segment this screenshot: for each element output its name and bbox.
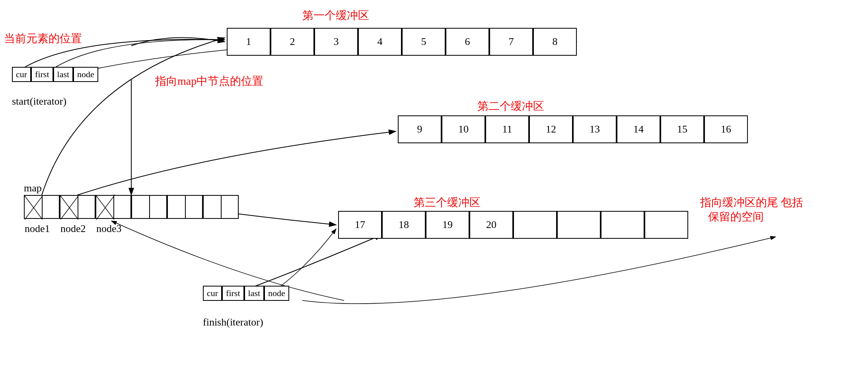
finish-iterator: cur first last node: [203, 286, 289, 301]
tail-pos-label1: 指向缓冲区的尾 包括: [700, 195, 803, 210]
buf3-cell-20: 20: [469, 211, 513, 239]
buf2-cell-14: 14: [617, 115, 660, 143]
map-cell-6: [203, 195, 239, 219]
buf3-cell-18: 18: [382, 211, 426, 239]
buf3-cell-17: 17: [338, 211, 382, 239]
start-iter-label: start(iterator): [12, 96, 66, 107]
buf1-cell-5: 5: [402, 28, 446, 56]
current-pos-label: 当前元素的位置: [4, 31, 82, 46]
buf3-cell-e1: [513, 211, 557, 239]
start-first-cell: first: [31, 67, 53, 82]
buf2-cell-11: 11: [485, 115, 529, 143]
buffer3-row: 17 18 19 20: [338, 211, 688, 239]
finish-last-cell: last: [244, 286, 265, 301]
buf1-cell-2: 2: [271, 28, 314, 56]
buf3-cell-e4: [644, 211, 688, 239]
node3-label: node3: [96, 223, 122, 235]
tail-pos-label2: 保留的空间: [708, 209, 764, 224]
start-last-cell: last: [53, 67, 74, 82]
arrows-svg: [0, 0, 868, 386]
buf1-cell-7: 7: [489, 28, 533, 56]
map-cell-4: [131, 195, 167, 219]
finish-first-cell: first: [222, 286, 244, 301]
buf1-cell-4: 4: [358, 28, 402, 56]
buf1-cell-8: 8: [533, 28, 577, 56]
finish-iter-label: finish(iterator): [203, 316, 263, 328]
buf3-cell-e3: [601, 211, 644, 239]
buf2-cell-9: 9: [398, 115, 442, 143]
start-iterator: cur first last node: [12, 67, 98, 82]
map-cell-3: [95, 195, 131, 219]
map-label: map: [24, 182, 42, 194]
buffer1-title-label: 第一个缓冲区: [302, 8, 369, 23]
buffer2-row: 9 10 11 12 13 14 15 16: [398, 115, 748, 143]
map-cell-2: [60, 195, 95, 219]
buffer1-row: 1 2 3 4 5 6 7 8: [227, 28, 577, 56]
buf1-cell-1: 1: [227, 28, 271, 56]
buf2-cell-10: 10: [442, 115, 485, 143]
finish-node-cell: node: [264, 286, 289, 301]
map-row: [24, 195, 239, 219]
buf1-cell-6: 6: [446, 28, 489, 56]
buffer2-title-label: 第二个缓冲区: [477, 99, 544, 114]
buf2-cell-15: 15: [660, 115, 704, 143]
node1-label: node1: [25, 223, 50, 235]
start-node-cell: node: [73, 67, 98, 82]
buf3-cell-e2: [557, 211, 601, 239]
node2-label: node2: [60, 223, 86, 235]
finish-cur-cell: cur: [203, 286, 222, 301]
map-node-pos-label: 指向map中节点的位置: [155, 74, 263, 89]
buf3-cell-19: 19: [426, 211, 469, 239]
buf1-cell-3: 3: [314, 28, 358, 56]
buf2-cell-12: 12: [529, 115, 573, 143]
buffer3-title-label: 第三个缓冲区: [414, 195, 481, 210]
map-cell-1: [24, 195, 60, 219]
buf2-cell-13: 13: [573, 115, 617, 143]
start-cur-cell: cur: [12, 67, 31, 82]
map-cell-5: [167, 195, 203, 219]
buf2-cell-16: 16: [704, 115, 748, 143]
